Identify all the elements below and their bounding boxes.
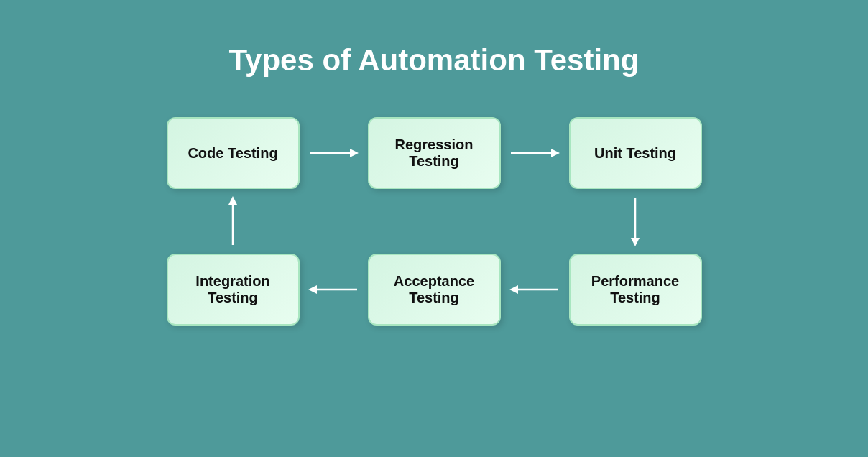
arrow-acceptance-to-integration [305, 281, 362, 298]
svg-marker-7 [631, 238, 640, 246]
acceptance-testing-label: Acceptance Testing [394, 273, 474, 306]
regression-testing-box: Regression Testing [368, 117, 501, 189]
performance-testing-box: Performance Testing [569, 254, 702, 326]
performance-testing-label: Performance Testing [591, 273, 679, 306]
arrow-code-to-regression [305, 144, 362, 162]
arrow-unit-to-performance [627, 193, 644, 250]
svg-marker-11 [509, 285, 518, 294]
unit-testing-box: Unit Testing [569, 117, 702, 189]
page-title: Types of Automation Testing [229, 43, 640, 78]
diagram: Code Testing Regression Testing Unit Tes… [161, 114, 707, 329]
regression-testing-label: Regression Testing [395, 137, 474, 170]
unit-testing-label: Unit Testing [594, 145, 676, 162]
arrow-performance-to-acceptance [506, 281, 563, 298]
acceptance-testing-box: Acceptance Testing [368, 254, 501, 326]
code-testing-box: Code Testing [167, 117, 300, 189]
svg-marker-1 [350, 149, 359, 157]
arrow-regression-to-unit [506, 144, 563, 162]
svg-marker-3 [551, 149, 560, 157]
arrow-integration-to-code [224, 193, 241, 250]
integration-testing-label: Integration Testing [195, 273, 269, 306]
svg-marker-5 [228, 196, 237, 205]
code-testing-label: Code Testing [188, 145, 277, 162]
svg-marker-9 [308, 285, 317, 294]
integration-testing-box: Integration Testing [167, 254, 300, 326]
